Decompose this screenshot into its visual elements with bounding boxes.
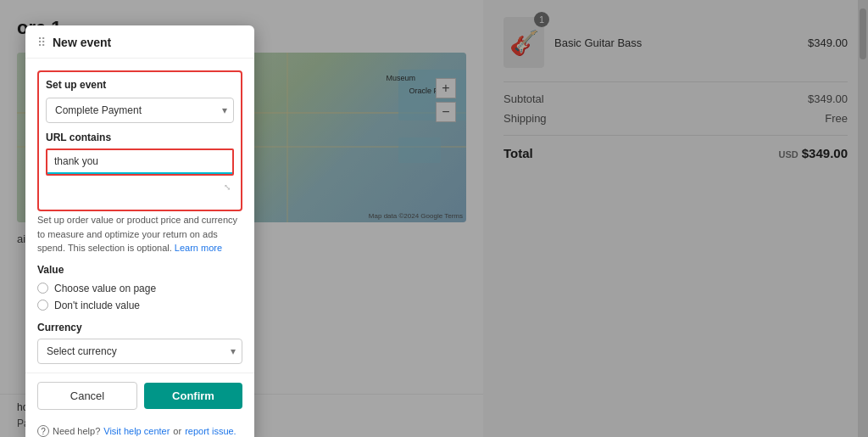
or-text: or: [173, 426, 181, 436]
currency-dropdown-wrapper: Select currency ▾: [37, 339, 242, 364]
cancel-button[interactable]: Cancel: [37, 382, 137, 410]
report-issue-link[interactable]: report issue.: [185, 426, 236, 436]
url-input-wrapper: [46, 148, 234, 176]
input-hint-bar: ⤡: [46, 179, 234, 194]
help-text: Need help?: [53, 426, 100, 436]
resize-handle-icon: ⤡: [224, 182, 231, 192]
currency-section-label: Currency: [37, 322, 242, 333]
set-up-event-section: Set up event Complete PaymentPage viewSi…: [37, 70, 242, 211]
drag-handle-icon[interactable]: ⠿: [37, 36, 46, 49]
help-icon: ?: [37, 425, 49, 437]
new-event-modal: ⠿ New event Set up event Complete Paymen…: [25, 25, 254, 437]
modal-body: Set up event Complete PaymentPage viewSi…: [25, 59, 254, 373]
modal-header: ⠿ New event: [25, 25, 254, 59]
url-contains-input[interactable]: [47, 150, 232, 174]
radio-choose-value-label: Choose value on page: [54, 283, 156, 294]
modal-footer: Cancel Confirm: [25, 373, 254, 418]
event-type-select[interactable]: Complete PaymentPage viewSign upPurchase: [46, 98, 234, 123]
radio-no-value-label: Don't include value: [54, 300, 140, 311]
radio-no-value[interactable]: Don't include value: [37, 300, 242, 311]
visit-help-center-link[interactable]: Visit help center: [103, 426, 170, 436]
help-row: ? Need help? Visit help center or report…: [25, 418, 254, 437]
event-type-wrapper: Complete PaymentPage viewSign upPurchase…: [46, 98, 234, 123]
radio-choose-value-input[interactable]: [37, 283, 48, 294]
confirm-button[interactable]: Confirm: [144, 383, 242, 409]
currency-select[interactable]: Select currency: [37, 339, 242, 364]
value-radio-group: Choose value on page Don't include value: [37, 283, 242, 311]
modal-title: New event: [53, 36, 111, 49]
url-contains-label: URL contains: [46, 132, 234, 143]
helper-text: Set up order value or product price and …: [37, 213, 242, 255]
radio-choose-value[interactable]: Choose value on page: [37, 283, 242, 294]
radio-no-value-input[interactable]: [37, 300, 48, 311]
value-section-label: Value: [37, 264, 242, 276]
set-up-event-label: Set up event: [46, 79, 234, 91]
learn-more-link[interactable]: Learn more: [175, 243, 222, 253]
